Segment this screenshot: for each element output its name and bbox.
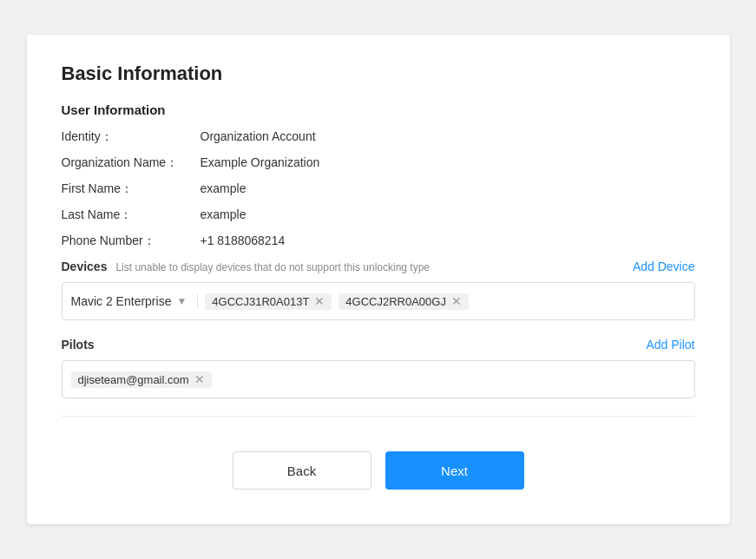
devices-label: Devices — [62, 260, 108, 273]
first-name-label: First Name： — [62, 181, 201, 197]
add-pilot-button[interactable]: Add Pilot — [646, 338, 694, 352]
identity-value: Organization Account — [201, 129, 316, 143]
devices-hint: List unable to display devices that do n… — [115, 261, 430, 273]
identity-label: Identity： — [62, 129, 201, 145]
remove-pilot-tag-1-button[interactable]: ✕ — [194, 373, 205, 385]
phone-row: Phone Number： +1 8188068214 — [62, 233, 695, 249]
add-device-button[interactable]: Add Device — [633, 260, 695, 273]
org-name-value: Example Organization — [201, 155, 320, 169]
phone-label: Phone Number： — [62, 233, 201, 249]
last-name-row: Last Name： example — [62, 207, 695, 223]
pilots-header: Pilots Add Pilot — [62, 338, 695, 352]
main-card: Basic Information User Information Ident… — [27, 35, 730, 524]
back-button[interactable]: Back — [233, 451, 371, 490]
org-name-label: Organization Name： — [62, 155, 201, 171]
first-name-row: First Name： example — [62, 181, 695, 197]
last-name-value: example — [201, 207, 247, 221]
next-button[interactable]: Next — [385, 451, 524, 490]
remove-device-tag-2-button[interactable]: ✕ — [451, 295, 462, 307]
pilot-tag-1: djiseteam@gmail.com ✕ — [71, 372, 212, 388]
device-tag-2-value: 4GCCJ2RR0A00GJ — [345, 295, 446, 308]
first-name-value: example — [201, 181, 247, 195]
device-tag-1-value: 4GCCJ31R0A013T — [212, 295, 309, 308]
device-tag-1: 4GCCJ31R0A013T ✕ — [205, 293, 332, 310]
devices-header: Devices List unable to display devices t… — [62, 260, 695, 273]
pilot-tag-1-value: djiseteam@gmail.com — [78, 373, 189, 386]
devices-container: Mavic 2 Enterprise ▼ 4GCCJ31R0A013T ✕ 4G… — [62, 282, 695, 320]
org-name-row: Organization Name： Example Organization — [62, 155, 695, 171]
phone-value: +1 8188068214 — [201, 233, 286, 247]
chevron-down-icon: ▼ — [176, 295, 187, 307]
pilots-label: Pilots — [62, 338, 95, 352]
identity-row: Identity： Organization Account — [62, 129, 695, 145]
bottom-divider — [62, 416, 695, 417]
remove-device-tag-1-button[interactable]: ✕ — [314, 295, 325, 307]
pilots-container: djiseteam@gmail.com ✕ — [62, 360, 695, 398]
actions-row: Back Next — [62, 451, 695, 490]
subsection-title: User Information — [62, 102, 695, 117]
device-type-select[interactable]: Mavic 2 Enterprise ▼ — [71, 294, 199, 308]
device-select-value: Mavic 2 Enterprise — [71, 294, 172, 308]
devices-label-group: Devices List unable to display devices t… — [62, 260, 431, 273]
device-tag-2: 4GCCJ2RR0A00GJ ✕ — [339, 293, 469, 310]
section-title: Basic Information — [62, 62, 695, 85]
last-name-label: Last Name： — [62, 207, 201, 223]
